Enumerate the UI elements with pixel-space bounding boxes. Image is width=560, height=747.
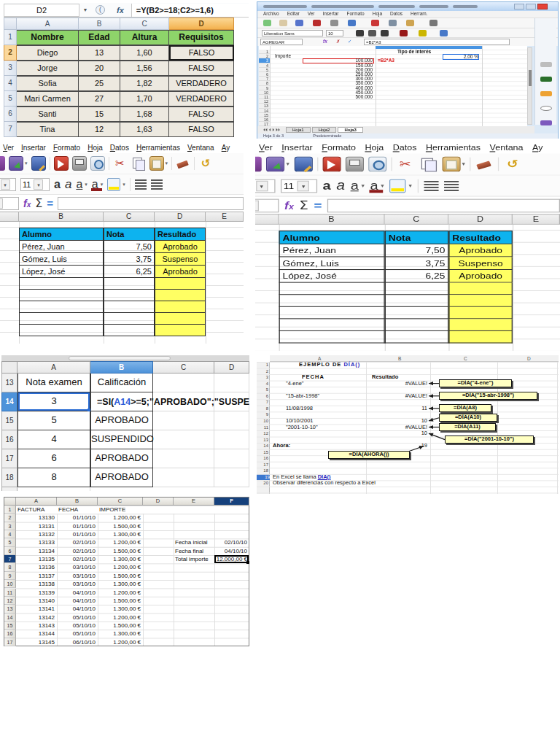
print-preview-icon[interactable] (368, 157, 386, 172)
save-as-icon[interactable] (294, 157, 312, 172)
font-size-combobox[interactable]: 11▾ (281, 179, 317, 193)
menu-item-ay[interactable]: Ay (532, 143, 542, 154)
cell-importe[interactable]: 1.300,00 € (99, 555, 141, 563)
font-name-combobox[interactable]: Liberation Sans (262, 30, 323, 36)
cell[interactable]: 1,60 (120, 45, 169, 61)
row-header-column[interactable] (0, 212, 19, 222)
cell-fecha[interactable]: 03/10/10 (58, 572, 96, 580)
cell-empty[interactable] (104, 290, 155, 301)
cell-empty[interactable] (279, 295, 385, 307)
new-icon[interactable] (0, 156, 5, 171)
function-wizard-icon[interactable]: fx (284, 199, 294, 212)
minimize-icon[interactable] (514, 4, 524, 9)
cell-empty[interactable] (155, 278, 206, 290)
menu-item-herramientas[interactable]: Herramientas (136, 143, 180, 153)
menu-item[interactable]: Editar (287, 11, 300, 18)
cell-factura[interactable]: 13135 (18, 555, 55, 563)
font-name-combobox[interactable]: s▾ (0, 178, 16, 191)
cell[interactable]: 12 (79, 122, 120, 137)
cell-empty[interactable] (153, 374, 214, 392)
cell-empty[interactable] (104, 301, 155, 313)
fx-icon[interactable]: fx (117, 6, 124, 15)
clone-formatting-icon[interactable] (475, 157, 494, 172)
cell-importe[interactable]: 1.200,00 € (99, 514, 141, 522)
format-icon[interactable] (400, 30, 408, 36)
format-icon[interactable] (440, 30, 448, 36)
menu-item-datos[interactable]: Datos (110, 143, 129, 153)
column-header-A[interactable]: A (18, 361, 90, 374)
name-box[interactable]: ▾ (0, 197, 19, 210)
cell-empty[interactable] (153, 430, 214, 449)
align-left-icon[interactable] (135, 179, 147, 190)
select-all-corner[interactable] (4, 18, 17, 30)
align-center-icon[interactable] (151, 179, 163, 190)
cell-fecha[interactable]: 05/10/10 (58, 630, 96, 638)
copy-icon[interactable] (419, 157, 438, 172)
print-preview-icon[interactable] (90, 156, 105, 171)
cell-empty[interactable] (279, 319, 385, 331)
menu-item-ver[interactable]: Ver (259, 143, 273, 154)
cell-importe[interactable]: 1.300,00 € (99, 605, 141, 613)
underline-icon[interactable]: a (351, 178, 359, 193)
cell[interactable]: 20 (79, 61, 120, 76)
save-icon[interactable] (266, 157, 284, 172)
formula-input[interactable]: =Y(B2>=18;C2>=1,6) (131, 4, 249, 17)
save-as-icon[interactable] (31, 156, 46, 171)
cell-alumno[interactable]: López, José (279, 270, 385, 283)
cell-alumno[interactable]: Pérez, Juan (279, 244, 385, 258)
header-nota[interactable]: Nota (385, 231, 449, 244)
menu-item-hoja[interactable]: Hoja (88, 143, 103, 153)
cell-fecha[interactable]: 02/10/10 (58, 547, 96, 555)
cell-resultado[interactable]: Aprobado (155, 266, 206, 278)
menu-item[interactable]: Formato (346, 11, 364, 18)
cell-alumno[interactable]: Pérez, Juan (19, 241, 104, 253)
cell[interactable]: 25 (79, 76, 120, 91)
cell-importe[interactable]: 1.300,00 € (99, 530, 141, 538)
cell-factura[interactable]: 13142 (18, 614, 55, 622)
cell-importe[interactable]: 1.200,00 € (99, 589, 141, 597)
format-icon[interactable] (381, 30, 389, 36)
menu-item-formato[interactable]: Formato (53, 143, 80, 153)
cell-fecha[interactable]: 02/10/10 (58, 555, 96, 563)
column-header-B[interactable]: B (19, 212, 104, 222)
cell-empty[interactable] (19, 301, 104, 313)
cell-empty[interactable] (153, 411, 214, 430)
menu-item-formato[interactable]: Formato (322, 143, 356, 154)
cell[interactable]: Edad (79, 30, 120, 45)
toolbar-icon[interactable] (263, 20, 271, 26)
cell-empty[interactable] (214, 449, 249, 468)
close-icon[interactable] (537, 4, 548, 9)
cell-resultado[interactable]: Suspenso (448, 257, 513, 270)
insert-function-icon[interactable]: ( (96, 5, 105, 15)
cell-nota[interactable]: 8 (18, 468, 90, 487)
column-header-C[interactable]: C (104, 212, 155, 222)
cell-factura[interactable]: 13130 (18, 514, 55, 522)
vertical-scrollbar[interactable] (527, 47, 532, 125)
cell-importe[interactable]: 1.500,00 € (99, 597, 141, 605)
cell-fecha[interactable]: 01/10/10 (58, 522, 96, 530)
menu-item-ay[interactable]: Ay (222, 143, 230, 153)
name-box[interactable]: AGREGAR (260, 39, 303, 45)
functions-icon[interactable] (540, 120, 552, 125)
row-header-5[interactable]: 5 (4, 91, 17, 107)
sheet-tab-Hoja1[interactable]: Hoja1 (286, 127, 311, 133)
row-header-13[interactable]: 13 (4, 605, 16, 613)
row-header-13[interactable]: 13 (1, 374, 18, 392)
cell-fecha[interactable]: 03/10/10 (58, 580, 96, 588)
cell-empty[interactable] (385, 295, 449, 307)
cell-fecha[interactable]: 06/10/10 (58, 638, 96, 646)
styles-icon[interactable] (540, 77, 552, 82)
row-header-1[interactable]: 1 (4, 30, 17, 45)
header-alumno[interactable]: Alumno (279, 231, 385, 244)
cell[interactable]: 1,68 (120, 107, 169, 122)
sheet-tab-Hoja3[interactable]: Hoja3 (338, 127, 362, 133)
cell-importe[interactable]: 1.300,00 € (99, 580, 141, 588)
cell-nota[interactable]: 6,25 (104, 266, 155, 278)
horizontal-scrollbar[interactable] (1, 355, 249, 361)
cell-fecha[interactable]: 05/10/10 (58, 614, 96, 622)
cell-nota[interactable]: 3,75 (385, 257, 449, 270)
column-header-C[interactable]: C (385, 214, 449, 225)
menu-item[interactable]: Ver (308, 11, 315, 18)
cell-tipo-label[interactable]: Tipo de interés (397, 50, 431, 54)
cell-factura[interactable]: 13138 (18, 580, 55, 588)
